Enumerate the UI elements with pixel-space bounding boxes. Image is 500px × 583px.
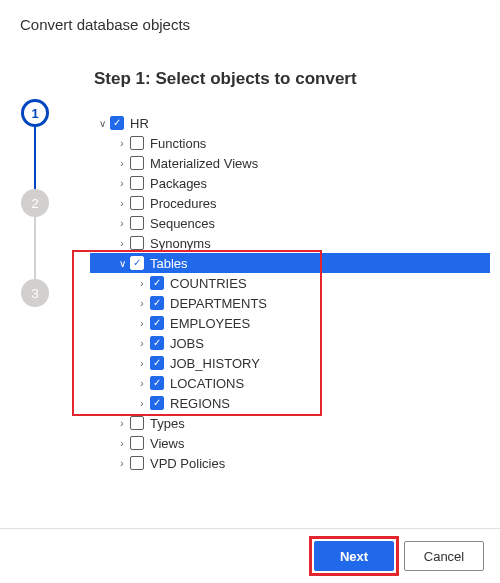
chevron-right-icon[interactable]: › (116, 238, 128, 249)
object-tree[interactable]: ∨ HR ›Functions›Materialized Views›Packa… (70, 113, 490, 473)
tree-node-hr[interactable]: ∨ HR (90, 113, 490, 133)
tree-node[interactable]: ›COUNTRIES (90, 273, 490, 293)
tree-label: Types (150, 416, 185, 431)
chevron-right-icon[interactable]: › (136, 278, 148, 289)
checkbox[interactable] (130, 236, 144, 250)
tree-node[interactable]: ›EMPLOYEES (90, 313, 490, 333)
step-3: 3 (21, 279, 49, 307)
tree-label: LOCATIONS (170, 376, 244, 391)
checkbox[interactable] (130, 176, 144, 190)
tree-label: Packages (150, 176, 207, 191)
next-button[interactable]: Next (314, 541, 394, 571)
tree-node[interactable]: ›Synonyms (90, 233, 490, 253)
tree-node[interactable]: ›REGIONS (90, 393, 490, 413)
chevron-right-icon[interactable]: › (136, 318, 148, 329)
dialog-title: Convert database objects (0, 0, 500, 45)
tree-label: EMPLOYEES (170, 316, 250, 331)
chevron-right-icon[interactable]: › (136, 338, 148, 349)
chevron-right-icon[interactable]: › (136, 358, 148, 369)
chevron-right-icon[interactable]: › (116, 418, 128, 429)
step-1: 1 (21, 99, 49, 127)
tree-node[interactable]: ›Materialized Views (90, 153, 490, 173)
step-connector (34, 127, 36, 189)
checkbox[interactable] (130, 136, 144, 150)
tree-label: Sequences (150, 216, 215, 231)
checkbox[interactable] (130, 196, 144, 210)
tree-node[interactable]: ›DEPARTMENTS (90, 293, 490, 313)
checkbox[interactable] (150, 296, 164, 310)
chevron-right-icon[interactable]: › (136, 378, 148, 389)
tree-node[interactable]: ›Functions (90, 133, 490, 153)
chevron-right-icon[interactable]: › (116, 438, 128, 449)
chevron-right-icon[interactable]: › (116, 138, 128, 149)
tree-node[interactable]: ›VPD Policies (90, 453, 490, 473)
tree-node[interactable]: ›JOBS (90, 333, 490, 353)
checkbox[interactable] (130, 256, 144, 270)
step-heading: Step 1: Select objects to convert (70, 49, 490, 113)
checkbox[interactable] (150, 336, 164, 350)
cancel-button[interactable]: Cancel (404, 541, 484, 571)
tree-node[interactable]: ›Packages (90, 173, 490, 193)
main-panel: Step 1: Select objects to convert ∨ HR ›… (70, 45, 500, 473)
tree-node[interactable]: ›JOB_HISTORY (90, 353, 490, 373)
chevron-right-icon[interactable]: › (116, 158, 128, 169)
tree-node[interactable]: ›Views (90, 433, 490, 453)
chevron-right-icon[interactable]: › (116, 458, 128, 469)
tree-label: HR (130, 116, 149, 131)
checkbox[interactable] (150, 276, 164, 290)
tree-label: Materialized Views (150, 156, 258, 171)
tree-node[interactable]: ›Sequences (90, 213, 490, 233)
tree-label: Functions (150, 136, 206, 151)
tree-label: Synonyms (150, 236, 211, 251)
tree-label: JOBS (170, 336, 204, 351)
checkbox[interactable] (130, 216, 144, 230)
tree-label: DEPARTMENTS (170, 296, 267, 311)
tree-label: JOB_HISTORY (170, 356, 260, 371)
tree-label: COUNTRIES (170, 276, 247, 291)
step-connector (34, 217, 36, 279)
tree-label: Tables (150, 256, 188, 271)
step-2: 2 (21, 189, 49, 217)
checkbox[interactable] (130, 416, 144, 430)
dialog-footer: Next Cancel (0, 528, 500, 583)
tree-node[interactable]: ›Procedures (90, 193, 490, 213)
tree-node-tables[interactable]: ∨ Tables (90, 253, 490, 273)
chevron-down-icon[interactable]: ∨ (96, 118, 108, 129)
tree-label: Procedures (150, 196, 216, 211)
chevron-right-icon[interactable]: › (116, 198, 128, 209)
tree-label: Views (150, 436, 184, 451)
chevron-down-icon[interactable]: ∨ (116, 258, 128, 269)
checkbox[interactable] (150, 316, 164, 330)
chevron-right-icon[interactable]: › (116, 218, 128, 229)
tree-label: VPD Policies (150, 456, 225, 471)
chevron-right-icon[interactable]: › (136, 398, 148, 409)
tree-label: REGIONS (170, 396, 230, 411)
chevron-right-icon[interactable]: › (116, 178, 128, 189)
tree-node[interactable]: ›Types (90, 413, 490, 433)
checkbox[interactable] (130, 456, 144, 470)
checkbox[interactable] (150, 356, 164, 370)
chevron-right-icon[interactable]: › (136, 298, 148, 309)
checkbox[interactable] (150, 396, 164, 410)
checkbox[interactable] (130, 156, 144, 170)
stepper: 1 2 3 (0, 45, 70, 307)
checkbox[interactable] (130, 436, 144, 450)
checkbox[interactable] (110, 116, 124, 130)
tree-node[interactable]: ›LOCATIONS (90, 373, 490, 393)
checkbox[interactable] (150, 376, 164, 390)
